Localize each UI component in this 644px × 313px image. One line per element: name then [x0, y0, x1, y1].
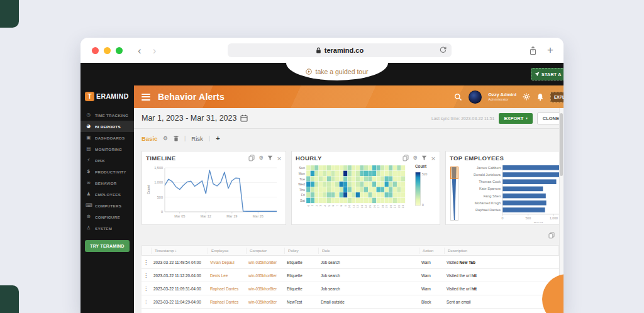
- cell-computer-link[interactable]: win-035khor8ter: [245, 287, 284, 291]
- cell-employee-link[interactable]: Denis Lee: [207, 273, 245, 278]
- cell-rule: Email outside: [318, 300, 418, 304]
- table-row[interactable]: ⋮2023-03-22 11:04:29-04:00Raphael Dantes…: [142, 295, 559, 309]
- start-assessment-button[interactable]: START A: [531, 68, 564, 80]
- sidebar-item-monitoring[interactable]: ▤MONITORING: [80, 143, 134, 155]
- minimize-window-button[interactable]: [104, 47, 111, 54]
- last-sync-text: Last sync time: 2023-03-22 11:51: [431, 116, 494, 121]
- sidebar-item-label: TIME TRACKING: [95, 113, 128, 118]
- copy-icon[interactable]: [548, 232, 555, 239]
- sidebar-item-label: DASHBOARDS: [95, 136, 125, 140]
- tab-settings-gear-icon[interactable]: ⚙: [163, 136, 168, 141]
- slider-selection-handle[interactable]: [450, 167, 458, 179]
- table-row[interactable]: ⋮2023-03-22 11:12:20-04:00Denis Leewin-0…: [142, 269, 559, 282]
- cell-computer-link[interactable]: win-035khor8ter: [245, 260, 284, 265]
- table-header-policy[interactable]: Policy: [284, 248, 318, 254]
- table-row[interactable]: ⋮2023-03-22 11:04:29-04:00Raphael Dantes…: [142, 309, 559, 313]
- share-icon[interactable]: [529, 46, 537, 55]
- address-bar[interactable]: teramind.co: [228, 43, 452, 57]
- table-header-timestamp[interactable]: Timestamp ↓: [151, 248, 208, 254]
- search-icon[interactable]: [454, 93, 462, 101]
- cell-action: Warn: [418, 260, 443, 265]
- divider: |: [184, 135, 186, 141]
- forward-button[interactable]: ›: [153, 45, 157, 56]
- table-copy-icon[interactable]: [548, 232, 555, 239]
- sidebar-item-system[interactable]: ♙SYSTEM: [80, 222, 134, 234]
- export-button[interactable]: EXPORT ▾: [499, 113, 532, 124]
- sidebar-item-time-tracking[interactable]: ◷TIME TRACKING: [80, 109, 134, 121]
- svg-text:8: 8: [340, 205, 343, 207]
- cell-computer-link[interactable]: win-035khor8ter: [245, 300, 284, 304]
- row-kebab-menu-icon[interactable]: ⋮: [142, 273, 150, 278]
- tab-basic[interactable]: Basic: [142, 135, 157, 142]
- svg-text:Fri: Fri: [301, 193, 305, 197]
- page-title: Behavior Alerts: [158, 92, 225, 102]
- svg-text:22: 22: [397, 205, 401, 208]
- user-info[interactable]: Ozzy Admini Administrator: [488, 92, 516, 102]
- date-range-picker[interactable]: Mar 1, 2023 - Mar 31, 2023: [142, 114, 248, 123]
- zoom-window-button[interactable]: [116, 47, 123, 54]
- lock-icon: [316, 47, 321, 54]
- sidebar-item-configure[interactable]: ⚙CONFIGURE: [80, 211, 134, 222]
- sidebar-item-dashboards[interactable]: ▣DASHBOARDS: [80, 132, 134, 143]
- window-controls: [92, 47, 123, 54]
- table-row[interactable]: ⋮2023-03-22 11:09:31-04:00Raphael Dantes…: [142, 282, 559, 295]
- gear-icon[interactable]: [523, 93, 530, 101]
- tab-risk[interactable]: Risk: [191, 135, 203, 142]
- hamburger-menu-icon[interactable]: [142, 94, 150, 101]
- cell-employee-link[interactable]: Vivian Depaul: [207, 260, 245, 265]
- svg-text:9: 9: [344, 205, 347, 207]
- cell-employee-link[interactable]: Raphael Dantes: [207, 300, 245, 304]
- table-header-computer[interactable]: Computer: [246, 248, 284, 254]
- sidebar-item-risk[interactable]: ⚡RISK: [80, 155, 134, 166]
- cell-employee-link[interactable]: Raphael Dantes: [207, 287, 245, 291]
- sidebar-item-label: MONITORING: [95, 147, 122, 151]
- gear-icon[interactable]: ⚙: [258, 155, 264, 161]
- copy-icon[interactable]: [402, 155, 409, 162]
- table-row[interactable]: ⋮2023-03-22 11:49:54-04:00Vivian Depaulw…: [142, 256, 559, 269]
- avatar[interactable]: [469, 91, 482, 104]
- close-icon[interactable]: ×: [277, 155, 282, 162]
- new-tab-button[interactable]: +: [547, 44, 553, 57]
- svg-text:21: 21: [393, 205, 396, 208]
- close-window-button[interactable]: [92, 47, 99, 54]
- sidebar-item-behavior[interactable]: ∞BEHAVIOR: [80, 177, 134, 189]
- table-header-action[interactable]: Action: [419, 248, 444, 254]
- close-icon[interactable]: ×: [431, 155, 436, 162]
- row-kebab-menu-icon[interactable]: ⋮: [142, 286, 150, 292]
- cell-action: Warn: [418, 273, 443, 278]
- sort-descending-icon[interactable]: ↓: [175, 249, 177, 253]
- sidebar-item-productivity[interactable]: $PRODUCTIVITY: [80, 166, 134, 177]
- row-kebab-menu-icon[interactable]: ⋮: [142, 299, 150, 305]
- table-header-rule[interactable]: Rule: [318, 248, 419, 254]
- scrollbar-thumb[interactable]: [560, 113, 563, 176]
- chrome-actions: +: [529, 38, 553, 63]
- explore-button[interactable]: EXPL: [550, 92, 564, 102]
- bell-icon[interactable]: [536, 93, 544, 101]
- svg-text:1,500: 1,500: [154, 166, 163, 170]
- take-guided-tour-button[interactable]: take a guided tour: [286, 63, 388, 80]
- teramind-logo[interactable]: T ERAMIND: [80, 85, 134, 102]
- cell-computer-link[interactable]: win-035khor8ter: [245, 273, 284, 278]
- gear-icon[interactable]: ⚙: [413, 155, 418, 161]
- chart-range-slider[interactable]: [450, 167, 458, 221]
- cell-timestamp: 2023-03-22 11:12:20-04:00: [150, 273, 207, 278]
- table-header-description[interactable]: Description: [444, 248, 558, 254]
- refresh-button[interactable]: [439, 46, 447, 54]
- sidebar-item-bi-reports[interactable]: ◕BI REPORTS: [80, 121, 134, 132]
- back-button[interactable]: ‹: [138, 45, 142, 56]
- tab-delete-trash-icon[interactable]: [174, 136, 179, 141]
- sidebar-item-computers[interactable]: ⌨COMPUTERS: [80, 200, 134, 211]
- add-tab-button[interactable]: +: [216, 135, 219, 142]
- svg-text:5: 5: [328, 205, 331, 207]
- svg-text:Sat: Sat: [300, 199, 305, 202]
- top-employees-card: TOP EMPLOYEES James GabbertDonald Jurick…: [445, 151, 564, 225]
- table-header-employee[interactable]: Employee: [208, 248, 246, 254]
- funnel-icon[interactable]: [421, 155, 427, 161]
- try-teramind-button[interactable]: TRY TERAMIND: [85, 240, 130, 252]
- copy-icon[interactable]: [248, 155, 255, 162]
- funnel-icon[interactable]: [267, 155, 273, 161]
- dashboard-icon: ▣: [86, 135, 92, 140]
- svg-text:Wed: Wed: [298, 182, 305, 186]
- sidebar-item-employees[interactable]: ♟EMPLOYEES: [80, 189, 134, 200]
- row-kebab-menu-icon[interactable]: ⋮: [142, 260, 150, 265]
